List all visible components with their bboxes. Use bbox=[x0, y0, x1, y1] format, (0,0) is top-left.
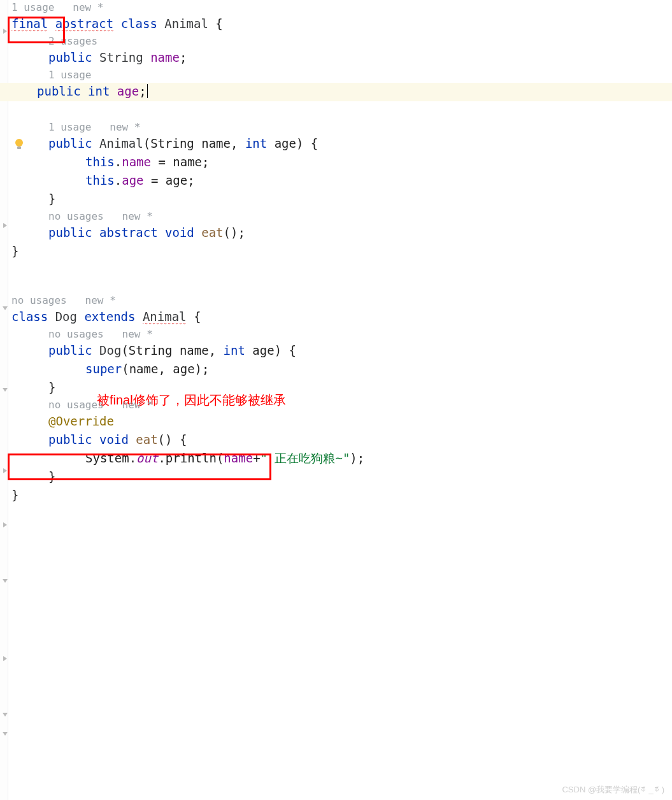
fold-marker[interactable] bbox=[3, 223, 8, 228]
code-line[interactable]: public String name; bbox=[11, 49, 672, 68]
svg-point-0 bbox=[15, 139, 23, 146]
inlay-hint: no usages new * bbox=[11, 327, 672, 342]
fold-marker-end[interactable] bbox=[3, 712, 8, 717]
inlay-hint: 2 usages bbox=[11, 34, 672, 49]
inlay-hint: no usages new * bbox=[11, 397, 672, 413]
code-line[interactable]: public Dog(String name, int age) { bbox=[11, 342, 672, 361]
svg-rect-1 bbox=[17, 146, 21, 149]
code-line[interactable]: public void eat() { bbox=[11, 431, 672, 450]
code-line[interactable]: } bbox=[11, 190, 672, 209]
code-editor[interactable]: 1 usage new * final abstract class Anima… bbox=[11, 0, 672, 505]
code-line[interactable]: @Override bbox=[11, 413, 672, 431]
code-line[interactable]: } bbox=[11, 243, 672, 261]
code-line[interactable]: class Dog extends Animal { bbox=[11, 308, 672, 327]
highlight-box-class-dog bbox=[8, 454, 271, 480]
fold-marker[interactable] bbox=[3, 656, 8, 661]
intention-bulb-icon[interactable] bbox=[13, 138, 25, 150]
fold-marker[interactable] bbox=[3, 468, 8, 473]
code-line-current[interactable]: public int age; bbox=[0, 83, 672, 101]
fold-marker-end[interactable] bbox=[3, 578, 8, 583]
code-line[interactable]: } bbox=[11, 379, 672, 397]
code-line[interactable]: } bbox=[11, 487, 672, 505]
inlay-hint: 1 usage bbox=[11, 68, 672, 83]
inlay-hint: no usages new * bbox=[11, 209, 672, 224]
fold-marker-end[interactable] bbox=[3, 387, 8, 392]
inlay-hint: 1 usage new * bbox=[11, 0, 672, 15]
highlight-box-final bbox=[8, 17, 65, 43]
code-line[interactable]: this.name = name; bbox=[11, 154, 672, 172]
text-cursor bbox=[147, 84, 148, 98]
inlay-hint: no usages new * bbox=[11, 293, 672, 308]
fold-marker-end[interactable] bbox=[3, 731, 8, 736]
code-line-blank[interactable] bbox=[11, 101, 672, 120]
fold-marker[interactable] bbox=[3, 29, 8, 34]
code-line[interactable]: super(name, age); bbox=[11, 361, 672, 379]
fold-marker-end[interactable] bbox=[3, 306, 8, 311]
watermark: CSDN @我要学编程(ಥ_ಥ) bbox=[562, 784, 664, 796]
fold-marker[interactable] bbox=[3, 522, 8, 527]
inlay-hint: 1 usage new * bbox=[11, 120, 672, 135]
editor-gutter bbox=[0, 0, 8, 800]
code-line[interactable]: public Animal(String name, int age) { bbox=[11, 135, 672, 154]
code-line[interactable]: final abstract class Animal { bbox=[11, 15, 672, 34]
code-line[interactable]: this.age = age; bbox=[11, 172, 672, 190]
code-line-blank[interactable] bbox=[11, 261, 672, 293]
code-line[interactable]: public abstract void eat(); bbox=[11, 224, 672, 243]
